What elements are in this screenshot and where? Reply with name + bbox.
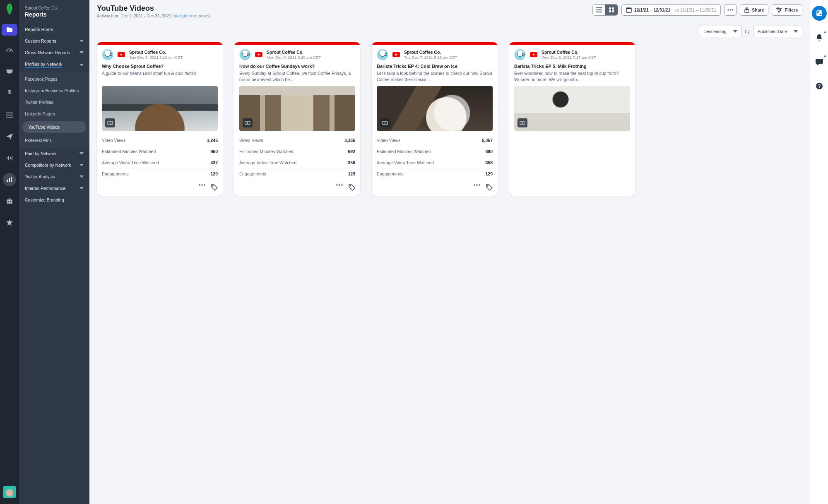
sidebar-subitem[interactable]: Facebook Pages (19, 73, 89, 85)
stat-row: Estimated Minutes Watched890 (377, 146, 493, 157)
svg-rect-3 (7, 157, 7, 159)
svg-point-35 (201, 184, 203, 186)
video-thumbnail[interactable] (239, 86, 355, 131)
publish-time: Wed Dec 8, 2021 7:17 am CST (542, 55, 596, 60)
publish-time: Tue Dec 7, 2021 5:15 pm CST (404, 55, 457, 60)
chevron-down-icon (79, 187, 84, 190)
nav-speedometer-icon[interactable] (3, 44, 16, 57)
channel-name: Sprout Coffee Co. (542, 50, 596, 55)
tag-icon[interactable] (349, 184, 355, 191)
svg-rect-20 (609, 7, 611, 10)
card-more-icon[interactable] (336, 184, 343, 191)
svg-point-36 (204, 184, 205, 186)
nav-inbox-icon[interactable] (3, 65, 16, 79)
sidebar-item[interactable]: Twitter Analysis (19, 171, 89, 182)
svg-rect-23 (612, 10, 614, 12)
video-description: Let's take a look behind the scenes to c… (377, 70, 493, 83)
video-play-icon (380, 118, 390, 127)
video-description: Ever wondered how to make the best top o… (514, 70, 621, 83)
video-thumbnail[interactable] (514, 86, 621, 131)
sidebar-subitem[interactable]: Pinterest Pins (19, 134, 89, 146)
stat-row: Average Video Time Watched358 (239, 157, 355, 168)
youtube-icon (118, 52, 125, 57)
reports-sidebar: Sprout Coffee Co. Reports Reports HomeCu… (19, 0, 89, 378)
sidebar-subitem[interactable]: Twitter Profiles (19, 96, 89, 108)
tag-icon[interactable] (486, 184, 493, 191)
svg-point-46 (479, 185, 480, 186)
stat-row: Video Views3,355 (239, 135, 355, 146)
tag-icon[interactable] (211, 184, 218, 191)
svg-rect-22 (609, 10, 611, 12)
svg-rect-21 (612, 7, 614, 10)
brand-leaf-icon[interactable] (5, 2, 14, 17)
nav-reports-icon[interactable] (3, 173, 16, 186)
nav-bot-icon[interactable] (3, 194, 16, 208)
publish-time: Sun Dec 5, 2021 8:10 am CST (129, 55, 183, 60)
sidebar-subitem[interactable]: YouTube Videos (22, 121, 86, 133)
svg-rect-19 (596, 12, 602, 12)
sidebar-item[interactable]: Competitors by Network (19, 159, 89, 171)
org-name: Sprout Coffee Co. (25, 6, 84, 10)
video-card: Sprout Coffee Co. Wed Dec 8, 2021 7:17 a… (509, 42, 621, 196)
stat-row: Average Video Time Watched437 (102, 157, 218, 168)
main-area: YouTube Videos Activity from Dec 1, 2021… (89, 0, 621, 378)
view-list-button[interactable] (593, 5, 605, 15)
sidebar-item[interactable]: Profiles by Network (19, 58, 89, 72)
chevron-down-icon (79, 64, 84, 66)
sort-controls: Descending by Published Date (89, 20, 621, 42)
svg-point-37 (212, 185, 213, 186)
video-card: Sprout Coffee Co. Tue Dec 7, 2021 5:15 p… (372, 42, 498, 196)
timezone-link[interactable]: multiple (174, 14, 188, 18)
youtube-icon (392, 52, 400, 57)
nav-folder-icon[interactable] (2, 24, 17, 36)
sidebar-item[interactable]: Customize Branding (19, 194, 89, 206)
svg-point-45 (476, 185, 478, 186)
nav-star-icon[interactable] (3, 216, 16, 229)
publish-time: Mon Dec 6, 2021 9:20 am CST (267, 55, 321, 60)
view-grid-button[interactable] (605, 5, 618, 15)
video-thumbnail[interactable] (377, 86, 493, 131)
svg-rect-1 (6, 115, 13, 115)
nav-send-icon[interactable] (3, 130, 16, 143)
channel-avatar (102, 49, 113, 60)
youtube-icon (255, 52, 262, 57)
page-title: YouTube Videos (97, 4, 211, 13)
nav-audio-icon[interactable] (3, 151, 16, 165)
activity-subtitle: Activity from Dec 1, 2021 - Dec 31, 2021… (97, 14, 211, 18)
svg-rect-17 (596, 7, 602, 8)
sidebar-subitem[interactable]: LinkedIn Pages (19, 108, 89, 120)
youtube-icon (530, 52, 537, 57)
svg-point-40 (339, 185, 340, 186)
video-play-icon (105, 118, 115, 127)
sidebar-item[interactable]: Custom Reports (19, 35, 89, 47)
sidebar-item[interactable]: Internal Performance (19, 182, 89, 194)
svg-point-41 (341, 185, 343, 186)
section-title: Reports (25, 11, 84, 18)
stat-row: Engagements120 (102, 168, 218, 179)
app-rail (0, 0, 19, 378)
video-grid: Sprout Coffee Co. Sun Dec 5, 2021 8:10 a… (89, 42, 621, 212)
video-description: A guide to our beans (and other fun & co… (102, 70, 218, 83)
chevron-down-icon (79, 152, 84, 155)
stat-row: Average Video Time Watched358 (377, 157, 493, 168)
channel-avatar (377, 49, 388, 60)
video-play-icon (243, 118, 253, 127)
sidebar-subitem[interactable]: Instagram Business Profiles (19, 85, 89, 96)
view-toggle (592, 4, 618, 16)
video-play-icon (518, 118, 527, 127)
stat-row: Estimated Minutes Watched692 (239, 146, 355, 157)
sidebar-item[interactable]: Paid by Network (19, 148, 89, 159)
stat-row: Video Views5,357 (377, 135, 493, 146)
sidebar-item[interactable]: Cross-Network Reports (19, 47, 89, 58)
card-more-icon[interactable] (474, 184, 480, 191)
video-thumbnail[interactable] (102, 86, 218, 131)
card-more-icon[interactable] (199, 184, 205, 191)
sidebar-item[interactable]: Reports Home (19, 24, 89, 35)
video-title: Barista Tricks EP 4: Cold Brew on Ice (377, 64, 493, 69)
nav-list-icon[interactable] (3, 108, 16, 122)
nav-pin-icon[interactable] (3, 87, 16, 100)
svg-point-12 (10, 201, 12, 202)
svg-rect-4 (8, 156, 9, 160)
svg-rect-13 (9, 198, 10, 199)
channel-avatar (239, 49, 251, 60)
